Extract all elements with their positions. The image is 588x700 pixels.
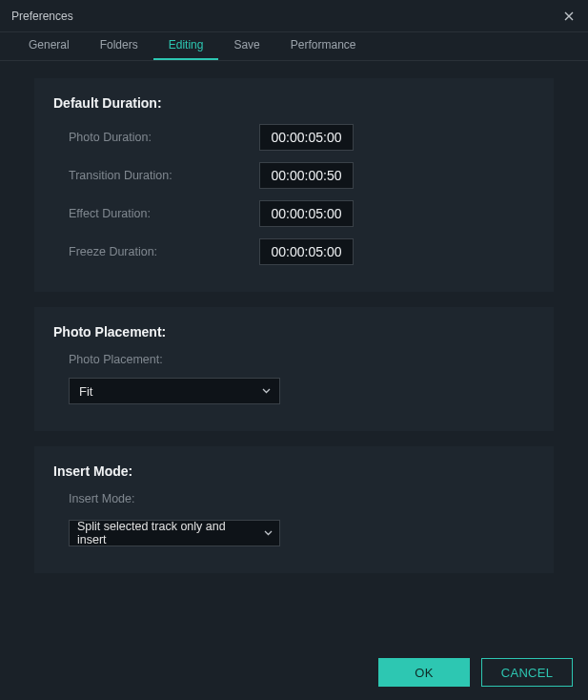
cancel-button[interactable]: CANCEL — [481, 658, 573, 687]
input-transition-duration[interactable] — [259, 162, 354, 189]
section-default-duration: Default Duration: Photo Duration: Transi… — [34, 78, 554, 292]
tab-editing[interactable]: Editing — [153, 32, 219, 60]
close-button[interactable] — [561, 9, 577, 24]
label-freeze-duration: Freeze Duration: — [69, 245, 259, 258]
tabs-bar: General Folders Editing Save Performance — [0, 32, 588, 61]
window-title: Preferences — [11, 10, 73, 23]
label-transition-duration: Transition Duration: — [69, 169, 259, 182]
close-icon — [564, 11, 574, 21]
label-photo-duration: Photo Duration: — [69, 131, 259, 144]
ok-button[interactable]: OK — [378, 658, 470, 687]
select-photo-placement-wrap: Fit — [69, 378, 280, 404]
tab-folders[interactable]: Folders — [85, 32, 153, 60]
select-insert-mode-value: Split selected track only and insert — [77, 520, 256, 546]
titlebar: Preferences — [0, 0, 588, 32]
input-freeze-duration[interactable] — [259, 238, 354, 265]
field-effect-duration: Effect Duration: — [69, 200, 535, 227]
section-photo-placement: Photo Placement: Photo Placement: Fit — [34, 307, 554, 431]
input-photo-duration[interactable] — [259, 124, 354, 151]
section-title-placement: Photo Placement: — [53, 324, 535, 340]
footer-buttons: OK CANCEL — [378, 658, 573, 687]
label-insert-mode: Insert Mode: — [69, 492, 535, 505]
select-photo-placement[interactable]: Fit — [69, 378, 280, 404]
section-title-insert: Insert Mode: — [53, 463, 535, 479]
tab-save[interactable]: Save — [218, 32, 274, 60]
label-photo-placement: Photo Placement: — [69, 353, 535, 366]
label-effect-duration: Effect Duration: — [69, 207, 259, 220]
select-insert-mode[interactable]: Split selected track only and insert — [69, 520, 280, 546]
content-area: Default Duration: Photo Duration: Transi… — [0, 61, 588, 606]
input-effect-duration[interactable] — [259, 200, 354, 227]
field-transition-duration: Transition Duration: — [69, 162, 535, 189]
section-title-duration: Default Duration: — [53, 95, 535, 111]
select-photo-placement-value: Fit — [79, 384, 92, 399]
field-freeze-duration: Freeze Duration: — [69, 238, 535, 265]
section-insert-mode: Insert Mode: Insert Mode: Split selected… — [34, 446, 554, 573]
field-photo-duration: Photo Duration: — [69, 124, 535, 151]
select-insert-mode-wrap: Split selected track only and insert — [69, 520, 280, 546]
tab-performance[interactable]: Performance — [275, 32, 372, 60]
tab-general[interactable]: General — [13, 32, 85, 60]
